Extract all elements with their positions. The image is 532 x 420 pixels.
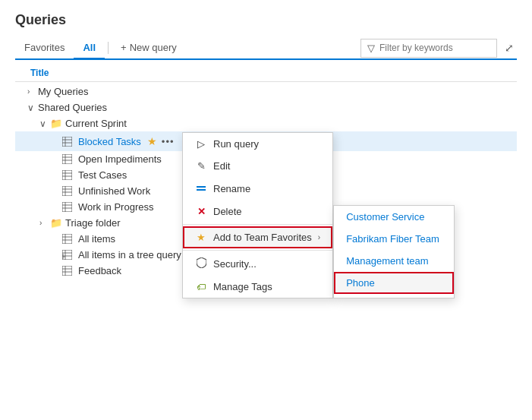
menu-divider-2 — [183, 250, 332, 251]
menu-item-label: Run query — [213, 138, 259, 150]
item-label: My Queries — [38, 86, 88, 97]
svg-rect-0 — [62, 137, 72, 147]
menu-item-label: Security... — [213, 258, 257, 270]
submenu-item-label: Fabrikam Fiber Team — [346, 233, 439, 245]
svg-rect-16 — [62, 202, 72, 212]
menu-item-rename[interactable]: Rename — [183, 177, 332, 201]
chevron-icon: ∨ — [39, 118, 50, 129]
query-grid-icon — [62, 170, 72, 180]
expand-button[interactable]: ⤢ — [502, 40, 517, 55]
submenu-item-customer-service[interactable]: Customer Service — [334, 206, 454, 228]
filter-icon: ▽ — [367, 43, 375, 54]
svg-rect-35 — [197, 189, 206, 191]
svg-rect-8 — [62, 170, 72, 180]
submenu-item-management-team[interactable]: Management team — [334, 250, 454, 272]
new-query-button[interactable]: + New query — [112, 37, 186, 59]
menu-item-security[interactable]: Security... — [183, 252, 332, 276]
plus-icon: + — [121, 42, 127, 53]
chevron-icon: › — [39, 219, 50, 227]
query-grid-icon — [62, 137, 72, 147]
menu-item-manage-tags[interactable]: 🏷 Manage Tags — [183, 276, 332, 298]
folder-icon: 📁 — [50, 118, 62, 129]
item-label: All items — [78, 233, 115, 245]
query-grid-icon — [62, 186, 72, 196]
chevron-icon: ∨ — [27, 103, 38, 113]
menu-item-delete[interactable]: ✕ Delete — [183, 201, 332, 223]
tree-item-current-sprint[interactable]: ∨ 📁 Current Sprint — [15, 115, 517, 131]
rename-icon — [195, 182, 207, 195]
item-label: Current Sprint — [65, 118, 127, 129]
menu-item-add-to-team-favorites[interactable]: ★ Add to Team Favorites › — [183, 226, 332, 248]
item-label: Shared Queries — [38, 102, 107, 113]
submenu-arrow-icon: › — [318, 233, 320, 242]
filter-input[interactable] — [379, 43, 478, 53]
submenu-item-fabrikam-fiber[interactable]: Fabrikam Fiber Team — [334, 228, 454, 250]
tree-item-my-queries[interactable]: › My Queries — [15, 84, 517, 99]
query-grid-icon — [62, 234, 72, 244]
query-tree-icon — [62, 250, 72, 260]
query-grid-icon — [62, 266, 72, 276]
svg-rect-20 — [62, 234, 72, 244]
submenu-item-label: Phone — [346, 277, 375, 289]
column-title: Title — [15, 65, 517, 82]
item-label: Triage folder — [65, 217, 121, 229]
submenu-item-label: Management team — [346, 255, 428, 267]
context-menu: ▷ Run query ✎ Edit Rename — [182, 132, 333, 298]
submenu: Customer Service Fabrikam Fiber Team Man… — [333, 205, 455, 298]
menu-item-label: Rename — [213, 183, 250, 194]
filter-box: ▽ — [360, 39, 497, 58]
item-label: Test Cases — [78, 169, 127, 181]
tab-divider — [108, 42, 109, 54]
item-label: Unfinished Work — [78, 185, 150, 197]
item-label: Blocked Tasks — [78, 136, 141, 147]
submenu-item-phone[interactable]: Phone — [334, 272, 454, 294]
svg-rect-24 — [62, 250, 72, 260]
tags-icon: 🏷 — [195, 282, 207, 292]
new-query-label: New query — [130, 42, 177, 53]
item-label: Work in Progress — [78, 201, 153, 213]
star-icon: ★ — [147, 135, 157, 147]
delete-icon: ✕ — [195, 206, 207, 217]
query-grid-icon — [62, 154, 72, 164]
svg-rect-12 — [62, 186, 72, 196]
menu-item-label: Manage Tags — [213, 281, 272, 292]
query-grid-icon — [62, 202, 72, 212]
context-menu-wrapper: ▷ Run query ✎ Edit Rename — [182, 132, 455, 298]
submenu-item-label: Customer Service — [346, 211, 424, 223]
run-query-icon: ▷ — [195, 138, 207, 150]
edit-icon: ✎ — [195, 160, 207, 172]
item-label: Feedback — [78, 265, 121, 276]
menu-item-label: Delete — [213, 206, 242, 217]
security-icon — [195, 257, 207, 270]
more-options-icon[interactable]: ••• — [162, 136, 175, 147]
tree-item-shared-queries[interactable]: ∨ Shared Queries — [15, 99, 517, 115]
chevron-icon: › — [27, 87, 38, 96]
menu-item-label: Add to Team Favorites — [213, 232, 312, 243]
tab-favorites[interactable]: Favorites — [15, 37, 74, 59]
svg-rect-4 — [62, 154, 72, 164]
folder-icon: 📁 — [50, 217, 62, 229]
tab-all[interactable]: All — [74, 37, 105, 59]
team-favorites-icon: ★ — [195, 232, 207, 243]
item-label: Open Impediments — [78, 153, 162, 165]
svg-rect-30 — [62, 266, 72, 276]
svg-rect-34 — [197, 186, 206, 188]
menu-item-run-query[interactable]: ▷ Run query — [183, 133, 332, 155]
query-tree-list: › My Queries ∨ Shared Queries ∨ 📁 Curren… — [15, 84, 517, 279]
menu-item-edit[interactable]: ✎ Edit — [183, 155, 332, 177]
menu-divider — [183, 224, 332, 225]
item-label: All items in a tree query — [78, 249, 181, 261]
menu-item-label: Edit — [213, 160, 230, 172]
page-title: Queries — [15, 12, 517, 28]
